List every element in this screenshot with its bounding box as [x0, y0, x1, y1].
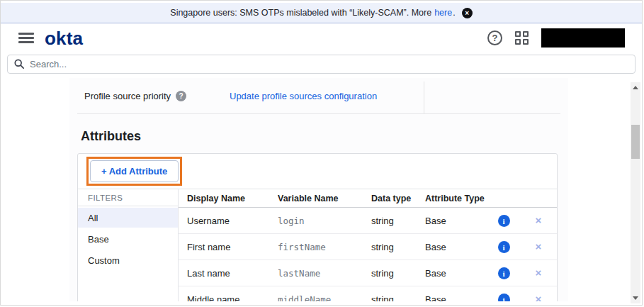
alert-banner: Singapore users: SMS OTPs mislabeled wit… [1, 3, 642, 23]
app-header: okta ? [1, 23, 642, 52]
content-card: Profile source priority ? Update profile… [69, 78, 568, 301]
cell-variable-name: login [269, 216, 363, 226]
filter-item-all[interactable]: All [78, 208, 178, 228]
okta-logo: okta [45, 29, 83, 48]
profile-source-priority-cell: Profile source priority ? [77, 82, 230, 113]
attribute-info-icon[interactable]: i [498, 215, 510, 227]
cell-attribute-type: Base [417, 216, 487, 226]
update-profile-sources-link[interactable]: Update profile sources configuration [230, 91, 377, 101]
search-input[interactable] [7, 55, 635, 74]
cell-attribute-type: Base [417, 294, 487, 302]
col-header-info [487, 189, 520, 207]
scroll-up-icon[interactable] [633, 86, 638, 89]
table-row: First name firstName string Base i × [179, 234, 557, 260]
table-row: Middle name middleName string Base i × [179, 286, 557, 301]
cell-display-name: First name [179, 242, 269, 252]
col-header-remove [520, 189, 557, 207]
account-redacted-block [541, 28, 625, 48]
table-row: Last name lastName string Base i × [179, 260, 557, 286]
attribute-info-icon[interactable]: i [498, 241, 510, 253]
search-bar [1, 52, 642, 78]
attributes-title: Attributes [81, 129, 568, 144]
filter-item-custom[interactable]: Custom [78, 250, 178, 270]
filter-item-base[interactable]: Base [78, 229, 178, 249]
cell-data-type: string [363, 268, 417, 279]
attribute-remove-icon[interactable]: × [536, 267, 542, 278]
profile-source-link-cell: Update profile sources configuration [230, 82, 424, 113]
filters-sidebar: FILTERS All Base Custom [78, 189, 179, 301]
vertical-scrollbar[interactable] [631, 82, 640, 303]
alert-banner-link[interactable]: here [434, 8, 452, 18]
annotation-highlight-box: + Add Attribute [86, 157, 182, 186]
cell-data-type: string [363, 294, 417, 302]
alert-banner-suffix: . [453, 8, 455, 18]
hamburger-menu-icon[interactable] [18, 33, 34, 43]
okta-admin-page: Singapore users: SMS OTPs mislabeled wit… [0, 0, 643, 306]
cell-display-name: Last name [179, 268, 269, 279]
profile-source-priority-row: Profile source priority ? Update profile… [77, 82, 560, 114]
profile-source-spacer [424, 82, 560, 113]
attribute-info-icon[interactable]: i [498, 294, 510, 301]
alert-banner-text: Singapore users: SMS OTPs mislabeled wit… [170, 8, 431, 18]
cell-data-type: string [363, 216, 417, 226]
filters-label: FILTERS [78, 189, 178, 206]
main-content: Profile source priority ? Update profile… [1, 78, 642, 301]
help-icon[interactable]: ? [487, 30, 502, 45]
cell-attribute-type: Base [417, 268, 487, 279]
col-header-variable-name: Variable Name [269, 189, 363, 207]
table-header-row: Display Name Variable Name Data type Att… [179, 189, 557, 208]
cell-variable-name: middleName [269, 294, 363, 302]
scroll-down-icon[interactable] [633, 296, 638, 300]
attribute-remove-icon[interactable]: × [536, 215, 542, 225]
col-header-attribute-type: Attribute Type [417, 189, 487, 207]
cell-attribute-type: Base [417, 242, 487, 252]
filter-list: All Base Custom [78, 208, 178, 270]
banner-close-icon[interactable]: × [462, 8, 473, 18]
attribute-remove-icon[interactable]: × [536, 294, 542, 301]
header-right-group: ? [487, 28, 625, 48]
col-header-display-name: Display Name [179, 189, 269, 207]
cell-variable-name: lastName [269, 268, 363, 279]
attributes-table: Display Name Variable Name Data type Att… [179, 189, 557, 301]
attributes-panel-body: FILTERS All Base Custom Display Name Var… [78, 189, 557, 301]
attribute-remove-icon[interactable]: × [536, 241, 542, 252]
attribute-info-icon[interactable]: i [498, 267, 510, 279]
apps-grid-icon[interactable] [515, 31, 529, 45]
table-row: Username login string Base i × [179, 208, 557, 234]
profile-source-priority-label: Profile source priority [84, 91, 171, 101]
scrollbar-thumb[interactable] [631, 125, 640, 159]
add-attribute-button[interactable]: + Add Attribute [90, 160, 179, 182]
profile-source-info-icon[interactable]: ? [176, 91, 186, 101]
cell-display-name: Middle name [179, 294, 269, 302]
cell-display-name: Username [179, 216, 269, 226]
attributes-toolbar: + Add Attribute [78, 154, 557, 189]
cell-data-type: string [363, 242, 417, 252]
table-body: Username login string Base i × First nam… [179, 208, 557, 301]
attributes-panel: + Add Attribute FILTERS All Base Custom … [77, 153, 558, 301]
col-header-data-type: Data type [363, 189, 417, 207]
cell-variable-name: firstName [269, 242, 363, 252]
